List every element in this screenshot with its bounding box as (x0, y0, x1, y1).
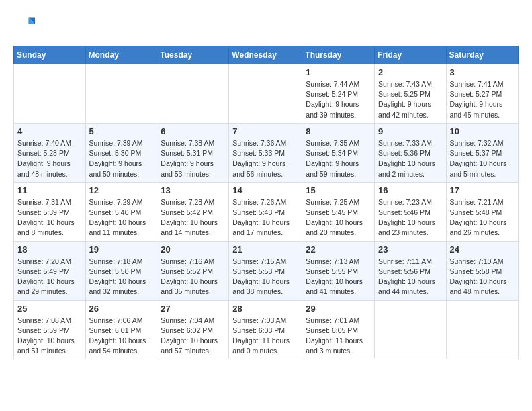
day-info: Sunrise: 7:21 AM Sunset: 5:48 PM Dayligh… (450, 197, 515, 238)
day-info: Sunrise: 7:35 AM Sunset: 5:34 PM Dayligh… (306, 138, 371, 179)
day-number: 11 (17, 185, 82, 195)
day-number: 8 (306, 126, 371, 136)
calendar-week-3: 11Sunrise: 7:31 AM Sunset: 5:39 PM Dayli… (14, 182, 519, 241)
day-number: 25 (17, 304, 82, 314)
calendar-cell: 6Sunrise: 7:38 AM Sunset: 5:31 PM Daylig… (157, 123, 229, 182)
day-info: Sunrise: 7:10 AM Sunset: 5:58 PM Dayligh… (450, 257, 515, 298)
day-info: Sunrise: 7:41 AM Sunset: 5:27 PM Dayligh… (450, 79, 515, 120)
calendar-week-2: 4Sunrise: 7:40 AM Sunset: 5:28 PM Daylig… (14, 123, 519, 182)
day-number: 6 (161, 126, 225, 136)
day-info: Sunrise: 7:20 AM Sunset: 5:49 PM Dayligh… (17, 257, 82, 298)
day-number: 14 (232, 185, 298, 195)
day-info: Sunrise: 7:32 AM Sunset: 5:37 PM Dayligh… (450, 138, 515, 179)
day-info: Sunrise: 7:06 AM Sunset: 6:01 PM Dayligh… (89, 316, 154, 357)
calendar-cell: 18Sunrise: 7:20 AM Sunset: 5:49 PM Dayli… (14, 241, 86, 300)
calendar-cell: 24Sunrise: 7:10 AM Sunset: 5:58 PM Dayli… (446, 241, 518, 300)
day-info: Sunrise: 7:08 AM Sunset: 5:59 PM Dayligh… (17, 316, 82, 357)
calendar-week-5: 25Sunrise: 7:08 AM Sunset: 5:59 PM Dayli… (14, 300, 519, 359)
day-info: Sunrise: 7:01 AM Sunset: 6:05 PM Dayligh… (306, 316, 371, 357)
calendar-cell (446, 300, 518, 359)
day-info: Sunrise: 7:36 AM Sunset: 5:33 PM Dayligh… (232, 138, 298, 179)
day-number: 7 (232, 126, 298, 136)
weekday-header-saturday: Saturday (446, 46, 518, 64)
calendar-cell (157, 64, 229, 124)
calendar-cell: 22Sunrise: 7:13 AM Sunset: 5:55 PM Dayli… (302, 241, 375, 300)
day-info: Sunrise: 7:13 AM Sunset: 5:55 PM Dayligh… (306, 257, 371, 298)
calendar-body: 1Sunrise: 7:44 AM Sunset: 5:24 PM Daylig… (14, 64, 519, 359)
calendar-cell: 25Sunrise: 7:08 AM Sunset: 5:59 PM Dayli… (14, 300, 86, 359)
day-number: 21 (232, 244, 298, 255)
calendar-cell (85, 64, 157, 124)
day-info: Sunrise: 7:18 AM Sunset: 5:50 PM Dayligh… (89, 257, 154, 298)
day-number: 26 (89, 304, 154, 314)
day-info: Sunrise: 7:11 AM Sunset: 5:56 PM Dayligh… (378, 257, 443, 298)
day-info: Sunrise: 7:38 AM Sunset: 5:31 PM Dayligh… (161, 138, 225, 179)
page-header (13, 13, 519, 35)
calendar-cell: 19Sunrise: 7:18 AM Sunset: 5:50 PM Dayli… (85, 241, 157, 300)
day-info: Sunrise: 7:31 AM Sunset: 5:39 PM Dayligh… (17, 197, 82, 238)
calendar-cell: 7Sunrise: 7:36 AM Sunset: 5:33 PM Daylig… (229, 123, 302, 182)
day-number: 27 (161, 304, 225, 314)
weekday-header-tuesday: Tuesday (157, 46, 229, 64)
weekday-row: SundayMondayTuesdayWednesdayThursdayFrid… (14, 46, 519, 64)
calendar-cell: 1Sunrise: 7:44 AM Sunset: 5:24 PM Daylig… (302, 64, 375, 124)
calendar-cell: 21Sunrise: 7:15 AM Sunset: 5:53 PM Dayli… (229, 241, 302, 300)
day-number: 23 (378, 244, 443, 255)
day-info: Sunrise: 7:44 AM Sunset: 5:24 PM Dayligh… (306, 79, 371, 120)
day-number: 17 (450, 185, 515, 195)
weekday-header-wednesday: Wednesday (229, 46, 302, 64)
calendar-header: SundayMondayTuesdayWednesdayThursdayFrid… (14, 46, 519, 64)
calendar-cell: 15Sunrise: 7:25 AM Sunset: 5:45 PM Dayli… (302, 182, 375, 241)
calendar-cell: 20Sunrise: 7:16 AM Sunset: 5:52 PM Dayli… (157, 241, 229, 300)
day-number: 29 (306, 304, 371, 314)
day-info: Sunrise: 7:43 AM Sunset: 5:25 PM Dayligh… (378, 79, 443, 120)
day-number: 20 (161, 244, 225, 255)
day-number: 4 (17, 126, 82, 136)
calendar-cell (375, 300, 447, 359)
calendar-cell: 3Sunrise: 7:41 AM Sunset: 5:27 PM Daylig… (446, 64, 518, 124)
day-number: 19 (89, 244, 154, 255)
calendar-cell: 12Sunrise: 7:29 AM Sunset: 5:40 PM Dayli… (85, 182, 157, 241)
calendar-week-4: 18Sunrise: 7:20 AM Sunset: 5:49 PM Dayli… (14, 241, 519, 300)
weekday-header-thursday: Thursday (302, 46, 375, 64)
calendar-cell: 5Sunrise: 7:39 AM Sunset: 5:30 PM Daylig… (85, 123, 157, 182)
day-number: 9 (378, 126, 443, 136)
day-info: Sunrise: 7:04 AM Sunset: 6:02 PM Dayligh… (161, 316, 225, 357)
logo (13, 13, 38, 35)
calendar-table: SundayMondayTuesdayWednesdayThursdayFrid… (13, 46, 519, 359)
day-number: 2 (378, 67, 443, 77)
calendar-cell (229, 64, 302, 124)
calendar-cell: 28Sunrise: 7:03 AM Sunset: 6:03 PM Dayli… (229, 300, 302, 359)
day-info: Sunrise: 7:40 AM Sunset: 5:28 PM Dayligh… (17, 138, 82, 179)
day-info: Sunrise: 7:28 AM Sunset: 5:42 PM Dayligh… (161, 197, 225, 238)
calendar-cell: 13Sunrise: 7:28 AM Sunset: 5:42 PM Dayli… (157, 182, 229, 241)
calendar-cell: 26Sunrise: 7:06 AM Sunset: 6:01 PM Dayli… (85, 300, 157, 359)
day-info: Sunrise: 7:23 AM Sunset: 5:46 PM Dayligh… (378, 197, 443, 238)
day-info: Sunrise: 7:25 AM Sunset: 5:45 PM Dayligh… (306, 197, 371, 238)
day-info: Sunrise: 7:39 AM Sunset: 5:30 PM Dayligh… (89, 138, 154, 179)
weekday-header-monday: Monday (85, 46, 157, 64)
calendar-cell: 14Sunrise: 7:26 AM Sunset: 5:43 PM Dayli… (229, 182, 302, 241)
day-number: 24 (450, 244, 515, 255)
day-number: 22 (306, 244, 371, 255)
day-number: 15 (306, 185, 371, 195)
weekday-header-friday: Friday (375, 46, 447, 64)
day-info: Sunrise: 7:26 AM Sunset: 5:43 PM Dayligh… (232, 197, 298, 238)
calendar-cell: 11Sunrise: 7:31 AM Sunset: 5:39 PM Dayli… (14, 182, 86, 241)
calendar-cell: 2Sunrise: 7:43 AM Sunset: 5:25 PM Daylig… (375, 64, 447, 124)
day-number: 10 (450, 126, 515, 136)
weekday-header-sunday: Sunday (14, 46, 86, 64)
calendar-cell: 10Sunrise: 7:32 AM Sunset: 5:37 PM Dayli… (446, 123, 518, 182)
day-info: Sunrise: 7:29 AM Sunset: 5:40 PM Dayligh… (89, 197, 154, 238)
calendar-cell: 17Sunrise: 7:21 AM Sunset: 5:48 PM Dayli… (446, 182, 518, 241)
day-number: 12 (89, 185, 154, 195)
calendar-cell: 16Sunrise: 7:23 AM Sunset: 5:46 PM Dayli… (375, 182, 447, 241)
calendar-week-1: 1Sunrise: 7:44 AM Sunset: 5:24 PM Daylig… (14, 64, 519, 124)
calendar-cell: 8Sunrise: 7:35 AM Sunset: 5:34 PM Daylig… (302, 123, 375, 182)
day-number: 1 (306, 67, 371, 77)
day-number: 13 (161, 185, 225, 195)
calendar-cell (14, 64, 86, 124)
day-number: 5 (89, 126, 154, 136)
calendar-cell: 23Sunrise: 7:11 AM Sunset: 5:56 PM Dayli… (375, 241, 447, 300)
day-info: Sunrise: 7:03 AM Sunset: 6:03 PM Dayligh… (232, 316, 298, 357)
